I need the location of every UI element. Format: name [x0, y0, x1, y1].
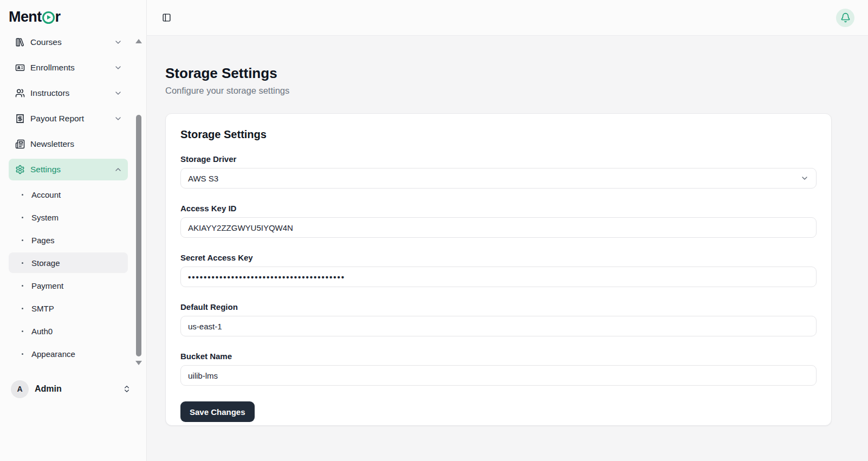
chevrons-up-down-icon [122, 385, 131, 393]
sidebar-toggle-button[interactable] [158, 9, 175, 27]
storage-driver-select[interactable]: AWS S3 [180, 168, 817, 189]
sidebar: Mentr Courses Enrollments Instructors Pa… [0, 0, 147, 461]
chevron-up-icon [114, 165, 122, 174]
sidebar-subitem-pages[interactable]: Pages [9, 230, 128, 250]
sidebar-subitem-label: Auth0 [31, 327, 53, 336]
library-icon [15, 37, 25, 47]
secret-key-field: Secret Access Key [180, 253, 817, 287]
chevron-down-icon [800, 174, 809, 183]
user-name: Admin [35, 384, 116, 394]
bullet-icon [22, 285, 23, 287]
sidebar-item-payout-report[interactable]: Payout Report [9, 108, 128, 129]
bucket-name-input[interactable] [180, 365, 817, 386]
access-key-label: Access Key ID [180, 204, 817, 213]
bullet-icon [22, 262, 23, 264]
card-title: Storage Settings [180, 128, 817, 141]
avatar-initial: A [17, 385, 22, 393]
gear-icon [15, 165, 25, 174]
avatar: A [11, 380, 29, 398]
play-icon [42, 11, 55, 24]
chevron-down-icon [114, 89, 122, 98]
storage-driver-field: Storage Driver AWS S3 [180, 154, 817, 189]
sidebar-subitem-label: Pages [31, 236, 55, 245]
storage-settings-card: Storage Settings Storage Driver AWS S3 A… [165, 113, 832, 426]
secret-key-input[interactable] [180, 267, 817, 287]
sidebar-subitem-label: Account [31, 190, 61, 199]
newspaper-icon [15, 139, 25, 149]
sidebar-item-label: Courses [30, 37, 108, 47]
content-area: Storage Settings Configure your storage … [147, 36, 868, 461]
sidebar-subitem-account[interactable]: Account [9, 184, 128, 205]
brand-logo: Mentr [0, 0, 146, 34]
notifications-button[interactable] [836, 9, 854, 27]
receipt-icon [15, 114, 25, 124]
sidebar-nav: Courses Enrollments Instructors Payout R… [0, 34, 146, 372]
sidebar-subitem-system[interactable]: System [9, 207, 128, 228]
chevron-down-icon [114, 38, 122, 47]
chevron-down-icon [114, 63, 122, 72]
sidebar-subitem-label: Payment [31, 281, 63, 290]
scrollbar-thumb[interactable] [136, 115, 141, 356]
storage-driver-value: AWS S3 [188, 174, 218, 183]
bullet-icon [22, 308, 23, 309]
bullet-icon [22, 330, 23, 332]
bullet-icon [22, 353, 23, 355]
main-area: Storage Settings Configure your storage … [147, 0, 868, 461]
save-changes-button[interactable]: Save Changes [180, 401, 255, 422]
sidebar-subitem-auth0[interactable]: Auth0 [9, 321, 128, 341]
default-region-label: Default Region [180, 302, 817, 311]
user-menu-button[interactable]: A Admin [7, 374, 140, 404]
access-key-field: Access Key ID [180, 204, 817, 238]
sidebar-item-label: Instructors [30, 88, 108, 98]
secret-key-label: Secret Access Key [180, 253, 817, 262]
brand-text-suffix: r [55, 9, 61, 25]
sidebar-item-instructors[interactable]: Instructors [9, 82, 128, 104]
bullet-icon [22, 239, 23, 241]
sidebar-subitem-payment[interactable]: Payment [9, 275, 128, 296]
chevron-down-icon [114, 114, 122, 123]
default-region-field: Default Region [180, 302, 817, 336]
scroll-up-arrow-icon[interactable] [135, 39, 142, 43]
topbar [147, 0, 868, 36]
bell-icon [840, 12, 851, 23]
sidebar-subitem-label: Storage [31, 258, 60, 268]
app-root: Mentr Courses Enrollments Instructors Pa… [0, 0, 868, 461]
sidebar-item-label: Newsletters [30, 139, 122, 149]
storage-driver-label: Storage Driver [180, 154, 817, 164]
sidebar-item-newsletters[interactable]: Newsletters [9, 133, 128, 155]
sidebar-subitem-storage[interactable]: Storage [9, 252, 128, 273]
brand-text-prefix: Ment [9, 9, 42, 25]
default-region-input[interactable] [180, 316, 817, 336]
scroll-down-arrow-icon[interactable] [135, 361, 142, 365]
page-title: Storage Settings [165, 65, 832, 82]
sidebar-subitem-appearance[interactable]: Appearance [9, 343, 128, 364]
users-icon [15, 88, 25, 98]
page-subtitle: Configure your storage settings [165, 86, 832, 96]
sidebar-subitem-label: SMTP [31, 304, 54, 313]
sidebar-subitem-label: Appearance [31, 349, 75, 359]
sidebar-item-label: Payout Report [30, 114, 108, 124]
panel-left-icon [162, 13, 171, 22]
access-key-input[interactable] [180, 217, 817, 238]
sidebar-subitem-smtp[interactable]: SMTP [9, 298, 128, 319]
sidebar-item-enrollments[interactable]: Enrollments [9, 57, 128, 79]
sidebar-item-label: Enrollments [30, 63, 108, 73]
bucket-name-label: Bucket Name [180, 352, 817, 361]
bullet-icon [22, 217, 23, 218]
bucket-name-field: Bucket Name [180, 352, 817, 386]
bullet-icon [22, 194, 23, 196]
sidebar-item-courses[interactable]: Courses [9, 34, 128, 53]
sidebar-item-label: Settings [30, 165, 108, 174]
id-card-icon [15, 63, 25, 73]
sidebar-subitem-label: System [31, 213, 59, 222]
sidebar-scrollbar[interactable] [134, 39, 143, 366]
sidebar-item-settings[interactable]: Settings [9, 159, 128, 180]
